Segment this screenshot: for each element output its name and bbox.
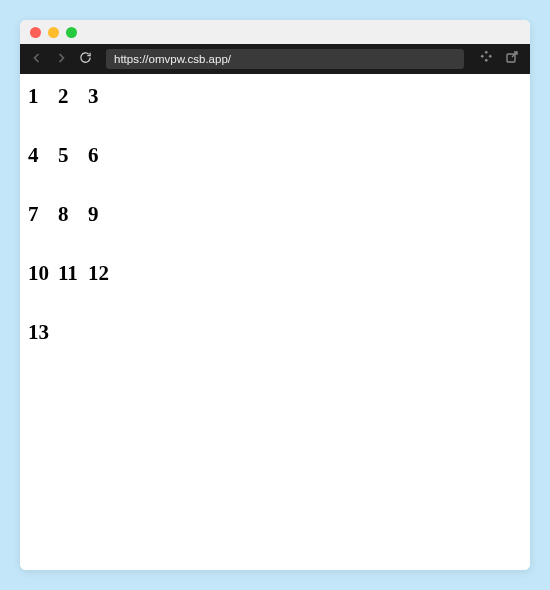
- close-window-button[interactable]: [30, 27, 41, 38]
- reload-button[interactable]: [76, 50, 94, 68]
- forward-button[interactable]: [52, 50, 70, 68]
- number-cell: 7: [28, 202, 58, 227]
- title-bar: [20, 20, 530, 44]
- back-button[interactable]: [28, 50, 46, 68]
- apps-button[interactable]: [476, 49, 496, 69]
- external-link-icon: [505, 50, 519, 68]
- reload-icon: [79, 50, 92, 68]
- browser-window: https://omvpw.csb.app/ 1: [20, 20, 530, 570]
- minimize-window-button[interactable]: [48, 27, 59, 38]
- number-cell: 2: [58, 84, 88, 109]
- number-grid: 12345678910111213: [28, 84, 128, 379]
- number-cell: 8: [58, 202, 88, 227]
- number-cell: 1: [28, 84, 58, 109]
- number-cell: 5: [58, 143, 88, 168]
- url-bar[interactable]: https://omvpw.csb.app/: [106, 49, 464, 69]
- number-cell: 10: [28, 261, 58, 286]
- chevron-right-icon: [55, 50, 67, 68]
- svg-rect-1: [484, 58, 488, 62]
- svg-rect-3: [488, 54, 492, 58]
- number-cell: 4: [28, 143, 58, 168]
- diamond-grid-icon: [479, 50, 493, 68]
- number-cell: 9: [88, 202, 118, 227]
- number-cell: 11: [58, 261, 88, 286]
- chevron-left-icon: [31, 50, 43, 68]
- number-cell: 12: [88, 261, 118, 286]
- svg-rect-2: [480, 54, 484, 58]
- number-cell: 13: [28, 320, 58, 345]
- page-content: 12345678910111213: [20, 74, 530, 570]
- number-cell: 3: [88, 84, 118, 109]
- url-text: https://omvpw.csb.app/: [114, 53, 231, 65]
- browser-toolbar: https://omvpw.csb.app/: [20, 44, 530, 74]
- open-external-button[interactable]: [502, 49, 522, 69]
- number-cell: 6: [88, 143, 118, 168]
- maximize-window-button[interactable]: [66, 27, 77, 38]
- svg-rect-0: [484, 50, 488, 54]
